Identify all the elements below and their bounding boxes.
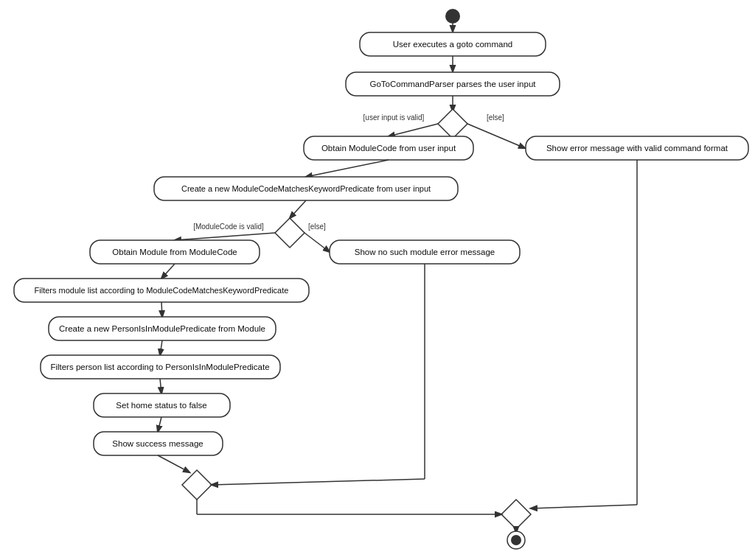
start-node: [445, 9, 460, 24]
n5-label: Obtain Module from ModuleCode: [112, 248, 237, 256]
n3-label: Obtain ModuleCode from user input: [321, 144, 456, 153]
n2-label: GoToCommandParser parses the user input: [370, 80, 537, 88]
n12-label: Show error message with valid command fo…: [546, 144, 728, 153]
activity-diagram: User executes a goto command GoToCommand…: [0, 0, 755, 560]
svg-line-16: [161, 302, 162, 317]
label-valid: [user input is valid]: [363, 113, 425, 122]
svg-line-30: [531, 505, 637, 508]
n4-label: Create a new ModuleCodeMatchesKeywordPre…: [181, 184, 431, 193]
svg-line-11: [175, 233, 275, 240]
svg-line-5: [389, 124, 438, 136]
label-module-valid: [ModuleCode is valid]: [193, 223, 264, 231]
svg-line-10: [290, 200, 306, 218]
n11-label: Show no such module error message: [355, 248, 495, 256]
diagram-svg: User executes a goto command GoToCommand…: [0, 0, 755, 560]
svg-line-20: [160, 379, 161, 393]
end-inner: [511, 535, 521, 545]
label-else1: [else]: [487, 113, 504, 122]
svg-line-18: [160, 340, 162, 355]
n8-label: Filters person list according to PersonI…: [50, 363, 269, 371]
n9-label: Set home status to false: [116, 401, 206, 410]
svg-line-22: [158, 417, 161, 432]
svg-line-24: [158, 455, 189, 472]
diamond4: [501, 500, 531, 529]
svg-line-27: [212, 479, 425, 485]
diamond1: [438, 109, 467, 139]
n7-label: Create a new PersonIsInModulePredicate f…: [59, 324, 265, 333]
svg-line-8: [306, 160, 389, 177]
svg-line-12: [305, 233, 330, 252]
svg-line-6: [467, 124, 525, 148]
n10-label: Show success message: [112, 439, 203, 448]
diamond3: [182, 470, 212, 500]
label-else2: [else]: [308, 223, 326, 231]
n6-label: Filters module list according to ModuleC…: [35, 286, 289, 295]
diamond2: [275, 218, 305, 248]
svg-line-14: [161, 264, 175, 279]
n1-label: User executes a goto command: [393, 40, 512, 49]
